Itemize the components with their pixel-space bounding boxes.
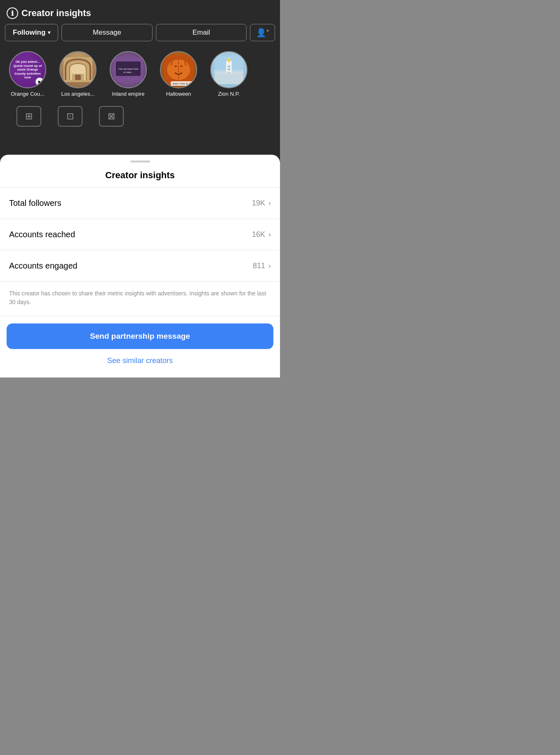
drag-handle-bar (130, 160, 150, 163)
total-followers-label: Total followers (9, 198, 61, 208)
action-buttons-row: Following ▾ Message Email 👤+ (0, 24, 280, 48)
accounts-reached-label: Accounts reached (9, 230, 75, 239)
email-button[interactable]: Email (156, 24, 247, 41)
story-label-inland-empire: Inland empire (112, 91, 145, 97)
halloween-image (164, 55, 193, 84)
add-user-button[interactable]: 👤+ (250, 24, 275, 41)
following-button[interactable]: Following ▾ (5, 24, 58, 41)
accounts-engaged-right: 811 › (253, 262, 271, 270)
story-item-los-angeles[interactable]: Los angeles... (55, 51, 101, 97)
accounts-engaged-chevron-icon: › (268, 262, 271, 270)
top-header: ℹ Creator insights (0, 0, 280, 24)
arch-image (64, 57, 92, 82)
bottom-icons-row: ⊞ ⊡ ⊠ (0, 102, 280, 131)
story-label-zion: Zion N.P. (218, 91, 240, 97)
see-similar-creators-link[interactable]: See similar creators (0, 356, 280, 365)
svg-text:Can we learn how: Can we learn how (118, 68, 139, 70)
drag-handle (0, 155, 280, 166)
profile-background: ℹ Creator insights Following ▾ Message E… (0, 0, 280, 177)
story-circle-los-angeles (59, 51, 96, 88)
svg-rect-21 (228, 66, 230, 67)
total-followers-value: 19K (252, 199, 265, 208)
accounts-engaged-value: 811 (253, 262, 265, 270)
tag-icon: ⊠ (99, 106, 124, 127)
modal-title: Creator insights (0, 166, 280, 187)
total-followers-chevron-icon: › (268, 199, 271, 208)
story-label-orange-county: Orange Cou... (11, 91, 45, 97)
add-user-icon: 👤+ (256, 28, 269, 38)
accounts-reached-right: 16K › (252, 230, 271, 239)
svg-rect-2 (75, 75, 81, 80)
total-followers-row[interactable]: Total followers 19K › (0, 188, 280, 219)
accounts-reached-row[interactable]: Accounts reached 16K › (0, 219, 280, 250)
accounts-reached-chevron-icon: › (268, 230, 271, 239)
zion-image (214, 55, 243, 84)
info-icon[interactable]: ℹ (7, 7, 18, 19)
accounts-engaged-row[interactable]: Accounts engaged 811 › (0, 250, 280, 282)
disclaimer-text: This creator has chosen to share their m… (0, 282, 280, 316)
story-item-orange-county[interactable]: Ok you asked...Quick round up ofsome Ora… (5, 51, 50, 97)
play-icon: ▶ (35, 78, 44, 86)
story-label-halloween: Halloween (166, 91, 191, 97)
accounts-reached-value: 16K (252, 230, 265, 239)
total-followers-right: 19K › (252, 199, 271, 208)
story-circle-inland-empire: Can we learn how to help... (110, 51, 147, 88)
story-item-halloween[interactable]: learn how to h... Halloween (156, 51, 201, 97)
stories-row: Ok you asked...Quick round up ofsome Ora… (0, 48, 280, 102)
header-title: Creator insights (21, 8, 91, 19)
story-circle-halloween: learn how to h... (160, 51, 197, 88)
creator-insights-modal: Creator insights Total followers 19K › A… (0, 155, 280, 378)
send-partnership-button[interactable]: Send partnership message (7, 323, 273, 349)
grid-icon: ⊞ (16, 106, 41, 127)
reels-icon: ⊡ (58, 106, 82, 127)
story-item-inland-empire[interactable]: Can we learn how to help... Inland empir… (106, 51, 151, 97)
story-item-zion[interactable]: Zion N.P. (206, 51, 252, 97)
svg-rect-22 (228, 68, 230, 70)
svg-rect-19 (227, 72, 231, 74)
message-button[interactable]: Message (61, 24, 152, 41)
chevron-down-icon: ▾ (48, 30, 50, 35)
story-circle-orange-county: Ok you asked...Quick round up ofsome Ora… (9, 51, 46, 88)
inland-empire-image: Can we learn how to help... (114, 57, 143, 82)
svg-point-20 (227, 59, 231, 62)
accounts-engaged-label: Accounts engaged (9, 261, 78, 271)
story-circle-zion (210, 51, 247, 88)
svg-text:to help...: to help... (123, 71, 133, 73)
story-label-los-angeles: Los angeles... (61, 91, 95, 97)
